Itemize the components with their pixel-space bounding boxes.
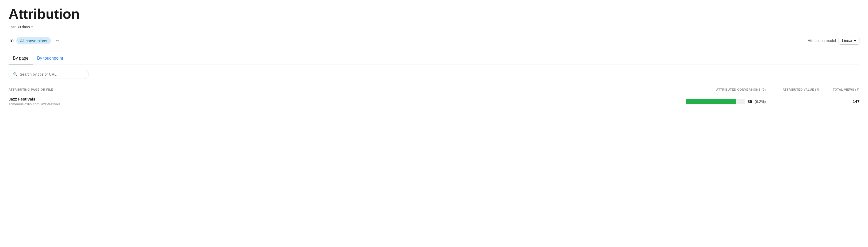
attribution-model-label: Attribution model [808,38,836,43]
conversion-badge[interactable]: All conversions [16,37,51,44]
progress-bar [686,99,745,104]
table-header: Attributing page or file Attributed conv… [8,86,860,93]
search-input[interactable] [20,72,84,76]
col-header-value: Attributed value (?) [766,88,819,91]
page-info: Jazz Festivals acmemusic365.com/jazz-fes… [8,97,659,106]
edit-conversion-button[interactable]: ✏ [54,37,62,45]
date-range-label: Last 30 days [8,25,30,29]
attribution-model-chevron-icon: ▾ [854,38,856,43]
conversion-pct: (6.2%) [755,100,766,104]
pencil-icon: ✏ [56,38,59,43]
table-body: Jazz Festivals acmemusic365.com/jazz-fes… [8,93,860,110]
table-row: Jazz Festivals acmemusic365.com/jazz-fes… [8,93,860,110]
search-box[interactable]: 🔍 [8,70,89,79]
attribution-model-select[interactable]: Linear ▾ [839,37,860,45]
col-header-conversions: Attributed conversions (?) [659,88,766,91]
to-label: To [8,38,13,43]
tab-by-touchpoint[interactable]: By touchpoint [33,53,67,64]
attributed-value: – [766,99,819,104]
conversion-count: 85 [748,99,752,104]
col-header-views: Total views (?) [819,88,860,91]
date-range-chevron-icon: ▾ [31,25,33,29]
page-title: Attribution [8,6,860,22]
tabs-row: By page By touchpoint [8,53,860,64]
col-header-page: Attributing page or file [8,88,659,91]
total-views: 147 [819,99,860,104]
date-range-selector[interactable]: Last 30 days ▾ [8,25,860,29]
tab-by-page[interactable]: By page [8,53,33,64]
filter-left: To All conversions ✏ [8,37,62,45]
attribution-model-value: Linear [842,38,852,43]
page-name: Jazz Festivals [8,97,659,101]
filter-right: Attribution model Linear ▾ [808,37,860,45]
conversions-cell: 85 (6.2%) [659,99,766,104]
filter-row: To All conversions ✏ Attribution model L… [8,37,860,45]
page-url: acmemusic365.com/jazz-festivals [8,102,659,106]
search-icon: 🔍 [13,72,18,76]
progress-bar-fill [686,99,736,104]
